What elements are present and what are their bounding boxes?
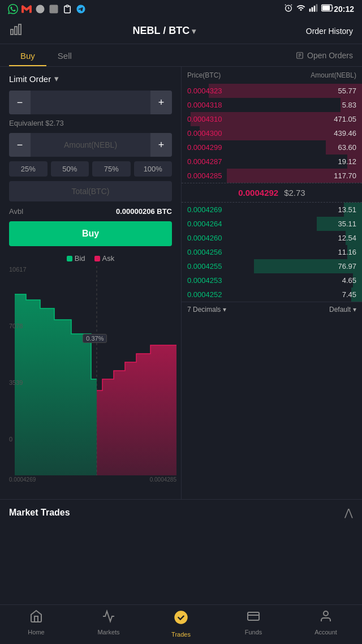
bid-row[interactable]: 0.0004260 12.54 bbox=[182, 231, 362, 245]
percent-75-button[interactable]: 75% bbox=[92, 161, 131, 177]
bid-price: 0.0004253 bbox=[187, 276, 222, 285]
y-label-4: 0 bbox=[9, 436, 12, 443]
ask-row[interactable]: 0.0004287 19.12 bbox=[182, 154, 362, 169]
ask-price: 0.0004287 bbox=[187, 157, 222, 166]
trading-pair[interactable]: NEBL / BTC ▾ bbox=[133, 25, 196, 37]
percentage-label: 0.37% bbox=[83, 334, 107, 343]
mid-price-usd: $2.73 bbox=[284, 188, 305, 198]
depth-chart-wrapper: 10617 7078 3539 0 0.37% bbox=[9, 266, 176, 492]
bottom-nav: Home Markets Trades Funds Account bbox=[0, 604, 362, 644]
price-decrease-button[interactable]: − bbox=[9, 91, 31, 114]
bid-row[interactable]: 0.0004253 4.65 bbox=[182, 273, 362, 287]
decimals-selector[interactable]: 7 Decimals ▾ bbox=[187, 306, 226, 314]
nav-account[interactable]: Account bbox=[290, 609, 362, 638]
price-increase-button[interactable]: + bbox=[150, 91, 172, 114]
orderbook-controls: 7 Decimals ▾ Default ▾ bbox=[182, 302, 362, 317]
trades-icon bbox=[173, 609, 189, 629]
svg-rect-11 bbox=[19, 24, 21, 35]
collapse-icon[interactable]: ⋀ bbox=[344, 506, 353, 519]
svg-rect-20 bbox=[248, 612, 259, 620]
bid-price: 0.0004255 bbox=[187, 262, 222, 271]
tabs: Buy Sell Open Orders bbox=[0, 44, 362, 67]
avbl-label: Avbl bbox=[9, 207, 23, 216]
ask-amount: 19.12 bbox=[338, 157, 356, 166]
order-type-arrow-icon: ▾ bbox=[54, 74, 59, 84]
nav-markets[interactable]: Markets bbox=[72, 609, 145, 638]
percent-100-button[interactable]: 100% bbox=[134, 161, 173, 177]
default-selector[interactable]: Default ▾ bbox=[329, 306, 356, 314]
status-time: 20:12 bbox=[334, 5, 354, 14]
nav-markets-label: Markets bbox=[97, 629, 119, 636]
nav-funds[interactable]: Funds bbox=[217, 609, 290, 638]
bid-price: 0.0004256 bbox=[187, 248, 222, 256]
percent-50-button[interactable]: 50% bbox=[51, 161, 89, 177]
bid-price: 0.0004269 bbox=[187, 205, 222, 214]
bid-row[interactable]: 0.0004252 7.45 bbox=[182, 287, 362, 302]
ask-amount: 439.46 bbox=[334, 129, 356, 138]
svg-rect-5 bbox=[314, 6, 316, 12]
ask-row[interactable]: 0.0004323 55.77 bbox=[182, 84, 362, 98]
bid-row[interactable]: 0.0004269 13.51 bbox=[182, 203, 362, 217]
account-icon bbox=[319, 609, 333, 626]
nav-trades[interactable]: Trades bbox=[145, 609, 217, 638]
ask-amount: 471.05 bbox=[334, 115, 356, 123]
buy-button[interactable]: Buy bbox=[9, 221, 172, 246]
y-label-1: 10617 bbox=[9, 266, 27, 273]
ask-legend: Ask bbox=[94, 254, 115, 263]
order-history-button[interactable]: Order History bbox=[306, 27, 353, 36]
main-content: Limit Order ▾ − 0.0004292 + Equivalent $… bbox=[0, 67, 362, 499]
ask-row[interactable]: 0.0004318 5.83 bbox=[182, 98, 362, 112]
depth-chart-svg bbox=[9, 266, 176, 475]
status-bar: 20:12 bbox=[0, 0, 362, 18]
total-field[interactable]: Total(BTC) bbox=[9, 181, 172, 201]
svg-rect-8 bbox=[322, 6, 330, 10]
svg-marker-17 bbox=[97, 345, 176, 475]
open-orders-tab[interactable]: Open Orders bbox=[296, 51, 353, 60]
ask-amount: 5.83 bbox=[342, 101, 356, 109]
y-label-2: 7078 bbox=[9, 323, 23, 329]
bid-amount: 11.16 bbox=[338, 248, 356, 256]
ask-row[interactable]: 0.0004310 471.05 bbox=[182, 112, 362, 126]
app-icons bbox=[8, 4, 86, 14]
bid-row[interactable]: 0.0004264 35.11 bbox=[182, 217, 362, 231]
markets-icon bbox=[102, 609, 115, 626]
svg-rect-6 bbox=[316, 4, 318, 11]
default-arrow-icon: ▾ bbox=[353, 306, 356, 314]
svg-rect-9 bbox=[11, 29, 13, 35]
amount-increase-button[interactable]: + bbox=[150, 133, 172, 157]
bid-dot bbox=[67, 256, 72, 261]
bid-row[interactable]: 0.0004256 11.16 bbox=[182, 245, 362, 259]
ask-row[interactable]: 0.0004299 63.60 bbox=[182, 140, 362, 154]
amount-decrease-button[interactable]: − bbox=[9, 133, 31, 157]
order-type-selector[interactable]: Limit Order ▾ bbox=[9, 74, 172, 84]
bid-row[interactable]: 0.0004255 76.97 bbox=[182, 259, 362, 273]
nav-home[interactable]: Home bbox=[0, 609, 72, 638]
left-panel: Limit Order ▾ − 0.0004292 + Equivalent $… bbox=[0, 67, 181, 499]
ask-price: 0.0004299 bbox=[187, 143, 222, 152]
ask-price: 0.0004300 bbox=[187, 129, 222, 138]
bid-amount: 13.51 bbox=[338, 205, 356, 214]
ask-row[interactable]: 0.0004285 117.70 bbox=[182, 169, 362, 183]
bid-amount: 4.65 bbox=[342, 276, 356, 285]
bid-amount: 76.97 bbox=[338, 262, 356, 271]
tab-buy[interactable]: Buy bbox=[9, 44, 46, 66]
tab-sell[interactable]: Sell bbox=[46, 44, 83, 66]
equivalent-text: Equivalent $2.73 bbox=[9, 119, 172, 127]
orderbook-header: Price(BTC) Amount(NEBL) bbox=[182, 67, 362, 84]
svg-point-0 bbox=[36, 5, 45, 14]
bid-legend: Bid bbox=[67, 254, 85, 263]
bid-price: 0.0004260 bbox=[187, 234, 222, 242]
mid-price-row: 0.0004292 $2.73 bbox=[182, 183, 362, 203]
svg-marker-16 bbox=[15, 294, 97, 475]
ask-amount: 63.60 bbox=[338, 143, 356, 152]
home-icon bbox=[29, 609, 43, 626]
ask-amount: 55.77 bbox=[338, 87, 356, 95]
chart-icon[interactable] bbox=[9, 23, 23, 39]
price-input[interactable]: 0.0004292 bbox=[31, 98, 150, 108]
mid-price-btc: 0.0004292 bbox=[238, 188, 278, 198]
ask-row[interactable]: 0.0004300 439.46 bbox=[182, 126, 362, 140]
header: NEBL / BTC ▾ Order History bbox=[0, 18, 362, 44]
price-input-row: − 0.0004292 + bbox=[9, 91, 172, 114]
nav-trades-label: Trades bbox=[171, 631, 191, 638]
percent-25-button[interactable]: 25% bbox=[9, 161, 48, 177]
